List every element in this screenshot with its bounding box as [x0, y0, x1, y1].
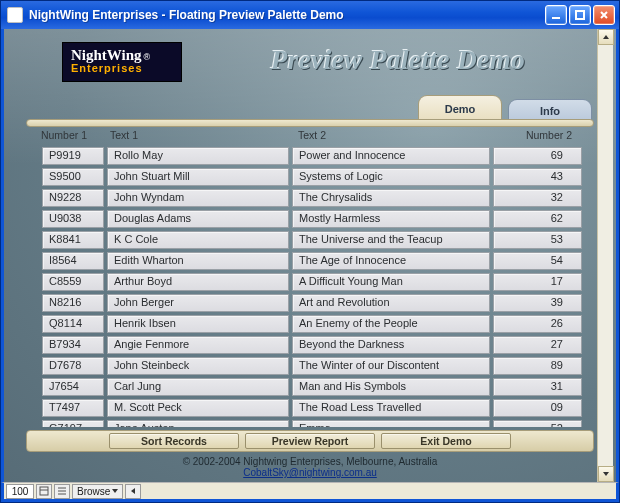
maximize-button[interactable]	[569, 5, 591, 25]
table-row[interactable]: T7497M. Scott PeckThe Road Less Travelle…	[42, 399, 582, 418]
table-row[interactable]: N9228John WyndamThe Chrysalids32	[42, 189, 582, 208]
mode-selector[interactable]: Browse	[72, 484, 123, 499]
zoom-level[interactable]: 100	[6, 484, 34, 499]
tab-demo[interactable]: Demo	[418, 95, 502, 121]
cell-c2[interactable]: Angie Fenmore	[107, 336, 289, 354]
scroll-down-button[interactable]	[598, 466, 614, 482]
cell-c1[interactable]: N8216	[42, 294, 104, 312]
cell-c1[interactable]: D7678	[42, 357, 104, 375]
cell-c3[interactable]: An Enemy of the People	[292, 315, 490, 333]
cell-c3[interactable]: The Winter of our Discontent	[292, 357, 490, 375]
cell-c4[interactable]: 89	[493, 357, 582, 375]
col-text1[interactable]: Text 1	[100, 129, 288, 145]
cell-c1[interactable]: Q8114	[42, 315, 104, 333]
cell-c2[interactable]: K C Cole	[107, 231, 289, 249]
table-row[interactable]: N8216John BergerArt and Revolution39	[42, 294, 582, 313]
cell-c3[interactable]: The Chrysalids	[292, 189, 490, 207]
minimize-button[interactable]	[545, 5, 567, 25]
cell-c2[interactable]: John Wyndam	[107, 189, 289, 207]
cell-c4[interactable]: 43	[493, 168, 582, 186]
cell-c1[interactable]: C8559	[42, 273, 104, 291]
vertical-scrollbar[interactable]	[597, 29, 613, 482]
contact-link[interactable]: CobaltSky@nightwing.com.au	[243, 467, 377, 478]
table-row[interactable]: C8559Arthur BoydA Difficult Young Man17	[42, 273, 582, 292]
chevron-down-icon	[112, 489, 118, 493]
cell-c4[interactable]: 31	[493, 378, 582, 396]
status-tool-1[interactable]	[36, 484, 52, 499]
cell-c2[interactable]: Henrik Ibsen	[107, 315, 289, 333]
window-title: NightWing Enterprises - Floating Preview…	[29, 8, 545, 22]
table-row[interactable]: J7654Carl JungMan and His Symbols31	[42, 378, 582, 397]
cell-c4[interactable]: 39	[493, 294, 582, 312]
cell-c2[interactable]: Arthur Boyd	[107, 273, 289, 291]
cell-c3[interactable]: Beyond the Darkness	[292, 336, 490, 354]
cell-c3[interactable]: Mostly Harmless	[292, 210, 490, 228]
table-row[interactable]: B7934Angie FenmoreBeyond the Darkness27	[42, 336, 582, 355]
table-row[interactable]: S9500John Stuart MillSystems of Logic43	[42, 168, 582, 187]
cell-c3[interactable]: The Road Less Travelled	[292, 399, 490, 417]
scroll-up-button[interactable]	[598, 29, 614, 45]
cell-c2[interactable]: Carl Jung	[107, 378, 289, 396]
cell-c4[interactable]: 62	[493, 210, 582, 228]
cell-c2[interactable]: John Berger	[107, 294, 289, 312]
cell-c1[interactable]: K8841	[42, 231, 104, 249]
cell-c2[interactable]: Rollo May	[107, 147, 289, 165]
cell-c1[interactable]: S9500	[42, 168, 104, 186]
cell-c1[interactable]: J7654	[42, 378, 104, 396]
cell-c1[interactable]: P9919	[42, 147, 104, 165]
cell-c4[interactable]: 17	[493, 273, 582, 291]
cell-c4[interactable]: 09	[493, 399, 582, 417]
cell-c1[interactable]: I8564	[42, 252, 104, 270]
cell-c1[interactable]: G7197	[42, 420, 104, 427]
cell-c4[interactable]: 26	[493, 315, 582, 333]
cell-c4[interactable]: 52	[493, 420, 582, 427]
col-number1[interactable]: Number 1	[28, 129, 100, 145]
close-button[interactable]	[593, 5, 615, 25]
svg-rect-2	[40, 487, 48, 495]
maximize-icon	[574, 9, 586, 21]
cell-c3[interactable]: The Universe and the Teacup	[292, 231, 490, 249]
cell-c3[interactable]: Emma	[292, 420, 490, 427]
cell-c3[interactable]: A Difficult Young Man	[292, 273, 490, 291]
cell-c2[interactable]: John Stuart Mill	[107, 168, 289, 186]
status-nav-prev[interactable]	[125, 484, 141, 499]
table-row[interactable]: P9919Rollo MayPower and Innocence69	[42, 147, 582, 166]
table-row[interactable]: G7197Jane AustenEmma52	[42, 420, 582, 427]
cell-c4[interactable]: 69	[493, 147, 582, 165]
cell-c3[interactable]: Man and His Symbols	[292, 378, 490, 396]
window-controls	[545, 5, 615, 25]
chevron-down-icon	[603, 472, 609, 476]
table-row[interactable]: K8841K C ColeThe Universe and the Teacup…	[42, 231, 582, 250]
cell-c1[interactable]: U9038	[42, 210, 104, 228]
table-row[interactable]: D7678John SteinbeckThe Winter of our Dis…	[42, 357, 582, 376]
exit-demo-button[interactable]: Exit Demo	[381, 433, 511, 449]
action-bar: Sort Records Preview Report Exit Demo	[26, 430, 594, 452]
cell-c1[interactable]: T7497	[42, 399, 104, 417]
table-row[interactable]: U9038Douglas AdamsMostly Harmless62	[42, 210, 582, 229]
cell-c1[interactable]: N9228	[42, 189, 104, 207]
cell-c2[interactable]: Edith Wharton	[107, 252, 289, 270]
status-tool-2[interactable]	[54, 484, 70, 499]
cell-c3[interactable]: Power and Innocence	[292, 147, 490, 165]
preview-label: Preview Report	[272, 435, 348, 447]
table-row[interactable]: Q8114Henrik IbsenAn Enemy of the People2…	[42, 315, 582, 334]
col-text2[interactable]: Text 2	[288, 129, 484, 145]
cell-c4[interactable]: 54	[493, 252, 582, 270]
table-row[interactable]: I8564Edith WhartonThe Age of Innocence54	[42, 252, 582, 271]
cell-c3[interactable]: The Age of Innocence	[292, 252, 490, 270]
close-icon	[598, 9, 610, 21]
cell-c2[interactable]: Douglas Adams	[107, 210, 289, 228]
cell-c2[interactable]: M. Scott Peck	[107, 399, 289, 417]
cell-c4[interactable]: 27	[493, 336, 582, 354]
cell-c4[interactable]: 32	[493, 189, 582, 207]
cell-c2[interactable]: John Steinbeck	[107, 357, 289, 375]
cell-c1[interactable]: B7934	[42, 336, 104, 354]
tab-info[interactable]: Info	[508, 99, 592, 121]
col-number2[interactable]: Number 2	[484, 129, 592, 145]
sort-records-button[interactable]: Sort Records	[109, 433, 239, 449]
preview-report-button[interactable]: Preview Report	[245, 433, 375, 449]
cell-c2[interactable]: Jane Austen	[107, 420, 289, 427]
cell-c3[interactable]: Systems of Logic	[292, 168, 490, 186]
cell-c4[interactable]: 53	[493, 231, 582, 249]
cell-c3[interactable]: Art and Revolution	[292, 294, 490, 312]
